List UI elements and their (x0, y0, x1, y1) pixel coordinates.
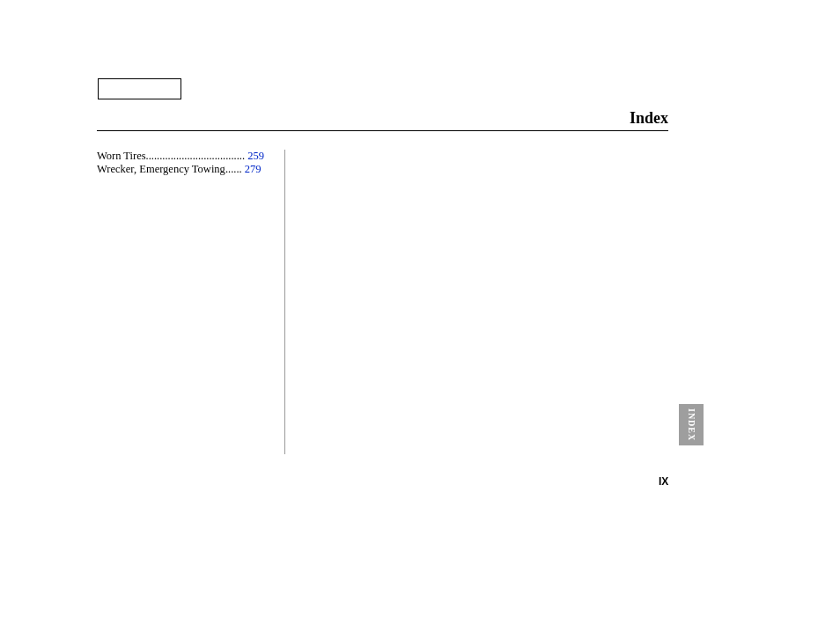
side-tab-index: INDEX (679, 404, 704, 445)
header-row: Index (97, 109, 668, 131)
page-number-roman: IX (659, 475, 668, 488)
side-tab-label: INDEX (687, 408, 696, 441)
index-entry: Wrecker, Emergency Towing...... 279 (97, 163, 278, 176)
corner-box (98, 78, 181, 99)
index-entry: Worn Tires..............................… (97, 150, 278, 163)
index-column-1: Worn Tires..............................… (97, 150, 285, 454)
index-term: Worn Tires (97, 150, 146, 162)
index-page-link[interactable]: 259 (247, 150, 264, 162)
index-header: Index (630, 109, 668, 127)
index-term: Wrecker, Emergency Towing (97, 163, 225, 175)
index-leader: ...... (225, 163, 242, 175)
index-columns: Worn Tires..............................… (97, 150, 668, 454)
document-page: Index Worn Tires........................… (0, 0, 840, 625)
index-leader: .................................... (146, 150, 246, 162)
index-page-link[interactable]: 279 (245, 163, 262, 175)
